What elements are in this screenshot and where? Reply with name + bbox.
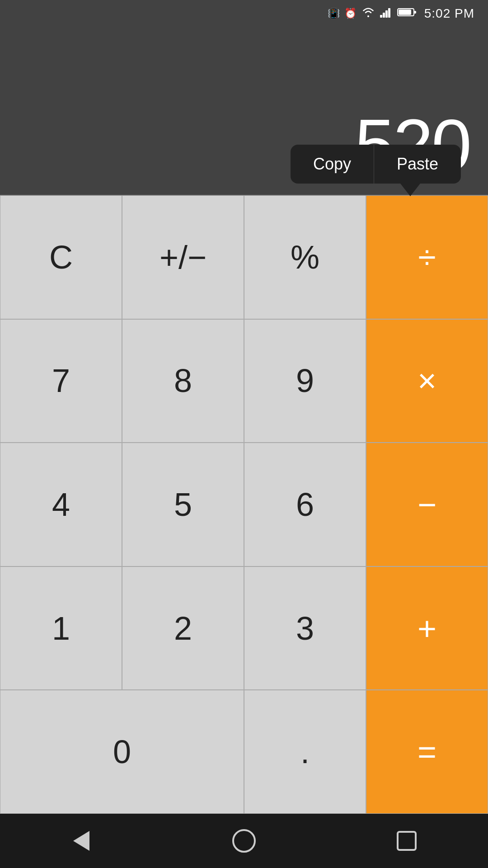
back-nav-button[interactable] (63, 823, 99, 859)
copy-button[interactable]: Copy (291, 145, 374, 184)
svg-rect-1 (383, 13, 385, 18)
decimal-button[interactable]: . (244, 690, 366, 814)
battery-icon (397, 7, 417, 20)
calculator-grid: C +/− % ÷ 7 8 9 × 4 5 6 − 1 2 3 + 0 . = (0, 194, 488, 814)
vibrate-icon: 📳 (328, 8, 340, 19)
svg-rect-0 (380, 15, 382, 18)
recents-icon (397, 831, 417, 851)
back-icon (73, 831, 89, 851)
six-button[interactable]: 6 (244, 443, 366, 566)
wifi-icon (361, 6, 375, 21)
svg-rect-5 (414, 11, 416, 14)
paste-button[interactable]: Paste (374, 145, 461, 184)
status-icons: 📳 ⏰ (328, 6, 417, 21)
clear-button[interactable]: C (0, 195, 122, 319)
equals-button[interactable]: = (366, 690, 488, 814)
nine-button[interactable]: 9 (244, 319, 366, 443)
percent-button[interactable]: % (244, 195, 366, 319)
context-menu-bubble: Copy Paste (291, 145, 461, 184)
home-icon (232, 829, 256, 853)
subtract-button[interactable]: − (366, 443, 488, 566)
context-menu: Copy Paste (291, 145, 461, 196)
svg-rect-2 (385, 10, 388, 18)
add-button[interactable]: + (366, 566, 488, 690)
recents-nav-button[interactable] (389, 823, 425, 859)
two-button[interactable]: 2 (122, 566, 244, 690)
divide-button[interactable]: ÷ (366, 195, 488, 319)
zero-button[interactable]: 0 (0, 690, 244, 814)
context-menu-arrow (400, 184, 420, 196)
calculator-display: 520 Copy Paste (0, 27, 488, 194)
status-bar: 📳 ⏰ 5:0 (0, 0, 488, 27)
sign-button[interactable]: +/− (122, 195, 244, 319)
four-button[interactable]: 4 (0, 443, 122, 566)
alarm-icon: ⏰ (344, 8, 357, 19)
svg-rect-6 (399, 9, 411, 15)
seven-button[interactable]: 7 (0, 319, 122, 443)
three-button[interactable]: 3 (244, 566, 366, 690)
time-display: 5:02 PM (424, 6, 474, 21)
multiply-button[interactable]: × (366, 319, 488, 443)
home-nav-button[interactable] (226, 823, 262, 859)
svg-rect-3 (388, 8, 390, 18)
five-button[interactable]: 5 (122, 443, 244, 566)
signal-icon (380, 7, 393, 20)
nav-bar (0, 814, 488, 868)
one-button[interactable]: 1 (0, 566, 122, 690)
eight-button[interactable]: 8 (122, 319, 244, 443)
